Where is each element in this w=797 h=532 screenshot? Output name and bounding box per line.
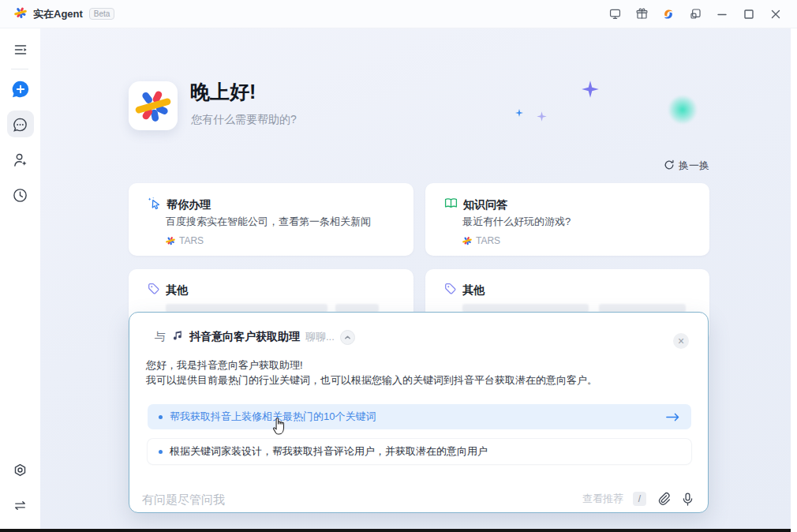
tars-logo-icon bbox=[166, 236, 175, 245]
titlebar: 实在Agent Beta bbox=[0, 0, 797, 28]
card-title: 知识问答 bbox=[463, 198, 507, 212]
switch-icon[interactable] bbox=[7, 492, 34, 519]
card-description: 百度搜索实在智能公司，查看第一条相关新闻 bbox=[166, 215, 371, 229]
card-title: 帮你办理 bbox=[167, 198, 211, 212]
music-note-icon bbox=[171, 329, 184, 345]
main-content: 晚上好! 您有什么需要帮助的? 换一换 帮你办理 百度搜索实在 bbox=[40, 28, 791, 529]
greeting-title: 晚上好! bbox=[190, 79, 256, 105]
window-layout-icon[interactable] bbox=[682, 0, 709, 28]
card-source: TARS bbox=[476, 235, 500, 246]
close-panel-button[interactable]: × bbox=[673, 333, 689, 349]
agent-intro: 您好，我是抖音意向客户获取助理! 我可以提供目前最热门的行业关键词，也可以根据您… bbox=[146, 358, 597, 388]
tars-logo-icon bbox=[462, 236, 472, 245]
sparkle-icon bbox=[514, 107, 524, 121]
agent-chat-panel: 与 抖音意向客户获取助理 聊聊... × 您好，我是抖音意向客户获取助理! 我可… bbox=[129, 312, 709, 513]
gift-icon[interactable] bbox=[628, 0, 655, 28]
brand-swirl-icon[interactable] bbox=[655, 0, 682, 28]
bullet-icon bbox=[159, 450, 163, 454]
chevron-up-icon bbox=[344, 334, 351, 341]
arrow-right-icon[interactable] bbox=[665, 412, 680, 422]
titlebar-left: 实在Agent Beta bbox=[0, 6, 114, 22]
minimize-icon[interactable] bbox=[709, 0, 735, 28]
app-window: 实在Agent Beta bbox=[0, 0, 797, 532]
new-chat-button[interactable] bbox=[7, 76, 34, 103]
suggestion-item-comment-users[interactable]: 根据关键词家装设计，帮我获取抖音评论用户，并获取潜在的意向用户 bbox=[148, 439, 691, 464]
collapse-menu-icon[interactable] bbox=[7, 36, 34, 63]
agent-name: 抖音意向客户获取助理 bbox=[189, 330, 300, 344]
cursor-sparkle-icon bbox=[147, 196, 162, 214]
greeting-logo bbox=[129, 81, 178, 130]
beta-badge: Beta bbox=[89, 8, 115, 20]
settings-icon[interactable] bbox=[7, 457, 34, 484]
bottom-edge-bar bbox=[0, 529, 791, 532]
bullet-icon bbox=[159, 415, 163, 419]
app-logo-icon bbox=[14, 6, 27, 22]
greeting-subtitle: 您有什么需要帮助的? bbox=[191, 113, 297, 127]
header-prefix: 与 bbox=[155, 330, 166, 344]
close-icon[interactable] bbox=[762, 0, 789, 28]
app-title: 实在Agent bbox=[33, 7, 83, 21]
sparkle-icon bbox=[536, 111, 548, 126]
teal-glow-decoration bbox=[668, 95, 698, 125]
mouse-cursor-hand bbox=[271, 414, 290, 439]
suggestion-text: 根据关键词家装设计，帮我获取抖音评论用户，并获取潜在的意向用户 bbox=[170, 444, 488, 459]
tag-icon bbox=[147, 282, 161, 299]
maximize-icon[interactable] bbox=[735, 0, 762, 28]
refresh-label: 换一换 bbox=[679, 159, 709, 173]
history-clock-icon[interactable] bbox=[7, 182, 34, 208]
suggestion-card-knowledge-qa[interactable]: 知识问答 最近有什么好玩的游戏? TARS bbox=[425, 183, 709, 256]
agent-intro-line2: 我可以提供目前最热门的行业关键词，也可以根据您输入的关键词到抖音平台获取潜在的意… bbox=[146, 373, 597, 388]
sidebar-divider bbox=[11, 69, 28, 69]
open-book-icon bbox=[443, 196, 458, 214]
suggestion-card-help-handle[interactable]: 帮你办理 百度搜索实在智能公司，查看第一条相关新闻 TARS bbox=[129, 183, 413, 256]
titlebar-controls bbox=[601, 0, 797, 28]
sidebar-item-chat[interactable] bbox=[7, 111, 34, 137]
card-source: TARS bbox=[179, 235, 204, 246]
card-title: 其他 bbox=[462, 283, 485, 298]
refresh-icon bbox=[664, 159, 675, 173]
chat-input[interactable] bbox=[142, 493, 573, 506]
sidebar bbox=[0, 28, 40, 529]
microphone-button[interactable] bbox=[680, 492, 695, 507]
sparkle-icon bbox=[580, 79, 601, 103]
attachment-button[interactable] bbox=[656, 492, 671, 507]
monitor-icon[interactable] bbox=[601, 0, 628, 28]
tag-icon bbox=[443, 282, 458, 299]
agent-intro-line1: 您好，我是抖音意向客户获取助理! bbox=[146, 358, 597, 373]
header-suffix: 聊聊... bbox=[305, 330, 335, 344]
card-title: 其他 bbox=[166, 283, 188, 298]
suggestion-item-hot-keywords[interactable]: 帮我获取抖音上装修相关最热门的10个关键词 bbox=[148, 404, 691, 429]
refresh-suggestions-button[interactable]: 换一换 bbox=[664, 159, 709, 173]
sidebar-item-agents[interactable] bbox=[7, 146, 34, 173]
panel-header: 与 抖音意向客户获取助理 聊聊... bbox=[155, 329, 355, 345]
collapse-panel-button[interactable] bbox=[340, 330, 355, 345]
card-description: 最近有什么好玩的游戏? bbox=[462, 215, 571, 229]
chat-input-row: 查看推荐 / bbox=[129, 484, 708, 514]
slash-shortcut-badge: / bbox=[633, 492, 646, 506]
view-recommendations-label[interactable]: 查看推荐 bbox=[582, 492, 623, 506]
